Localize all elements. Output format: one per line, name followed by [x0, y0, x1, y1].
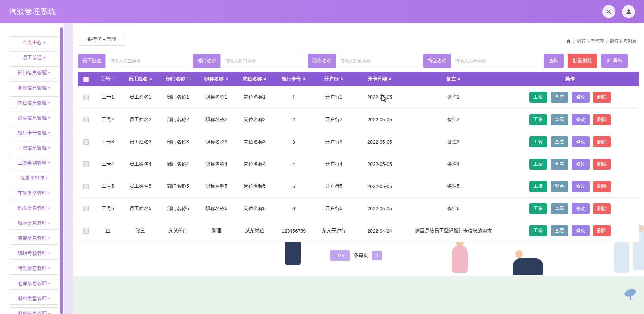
column-header[interactable]: 开卡日期⇕ — [354, 72, 405, 86]
delete-button[interactable]: 删除 — [593, 181, 611, 192]
sidebar-item[interactable]: 岗位信息管理▾ — [9, 96, 59, 109]
salary-button[interactable]: 工资 — [529, 114, 547, 125]
view-button[interactable]: 查看 — [551, 181, 568, 192]
salary-button[interactable]: 工资 — [529, 159, 547, 170]
sidebar-scrollbar[interactable] — [60, 27, 63, 314]
sidebar-item-label: 银行卡号管理 — [18, 130, 47, 136]
sidebar-item[interactable]: 调动信息管理▾ — [9, 112, 59, 124]
sidebar-item[interactable]: 员工管理▾ — [9, 51, 59, 64]
breadcrumb-item[interactable]: 银行卡号管理 — [577, 38, 604, 44]
edit-button[interactable]: 修改 — [572, 136, 590, 147]
sidebar-item[interactable]: 个人中心▾ — [9, 36, 59, 49]
salary-button[interactable]: 工资 — [529, 181, 547, 192]
salary-button[interactable]: 工资 — [529, 136, 547, 147]
sort-icon[interactable]: ⇕ — [340, 77, 343, 81]
view-button[interactable]: 查看 — [551, 159, 568, 170]
delete-button[interactable]: 删除 — [593, 203, 611, 214]
column-header[interactable]: 岗位名称⇕ — [236, 72, 274, 86]
view-button[interactable]: 查看 — [551, 92, 568, 103]
sort-icon[interactable]: ⇕ — [388, 77, 392, 81]
sort-icon[interactable]: ⇕ — [112, 77, 115, 81]
sidebar-item[interactable]: 仓库信息管理▾ — [9, 277, 59, 290]
sort-icon[interactable]: ⇕ — [187, 77, 190, 81]
close-button[interactable] — [602, 5, 615, 18]
sidebar-item[interactable]: 工资信息管理▾ — [9, 142, 59, 154]
salary-button[interactable]: 工资 — [529, 92, 547, 103]
sidebar-item-label: 班组考核管理 — [18, 250, 47, 257]
filter-input[interactable] — [451, 54, 532, 68]
breadcrumb-item[interactable]: 银行卡号列表 — [610, 38, 636, 44]
filter-input[interactable] — [336, 54, 417, 68]
column-header[interactable]: 银行卡号⇕ — [274, 72, 314, 86]
sort-icon[interactable]: ⇕ — [302, 77, 306, 81]
delete-button[interactable]: 删除 — [593, 114, 611, 125]
sidebar-item[interactable]: 渡船信息管理▾ — [9, 232, 59, 245]
row-checkbox[interactable] — [83, 206, 89, 211]
edit-button[interactable]: 修改 — [572, 225, 590, 236]
row-checkbox[interactable] — [83, 95, 89, 100]
view-button[interactable]: 查看 — [551, 114, 568, 125]
chevron-down-icon: ▾ — [48, 251, 50, 255]
chevron-down-icon: ▾ — [48, 266, 50, 270]
sidebar-item[interactable]: 优惠卡管理▾ — [9, 172, 59, 184]
row-actions: 工资查看修改删除 — [502, 220, 639, 242]
home-icon[interactable] — [566, 39, 571, 44]
sidebar-item[interactable]: 工资类别管理▾ — [9, 157, 59, 169]
column-header[interactable]: 开户行⇕ — [314, 72, 354, 86]
edit-button[interactable]: 修改 — [572, 114, 590, 125]
sort-icon[interactable]: ⇕ — [457, 77, 460, 81]
export-button[interactable]: 导出 — [601, 54, 628, 68]
row-checkbox[interactable] — [83, 184, 89, 189]
page-button[interactable]: 1 — [372, 251, 382, 260]
chevron-down-icon: ▾ — [48, 312, 50, 314]
sidebar-item[interactable]: 考勤信息管理▾ — [9, 262, 59, 275]
delete-button[interactable]: 删除 — [593, 92, 611, 103]
table-cell: 岗位名称6 — [236, 197, 274, 220]
sort-icon[interactable]: ⇕ — [225, 77, 228, 81]
column-header[interactable]: 员工姓名⇕ — [122, 72, 159, 86]
column-header[interactable]: 职称名称⇕ — [197, 72, 236, 86]
table-cell: 工号6 — [94, 197, 122, 220]
sidebar: 个人中心▾员工管理▾部门信息管理▾职称信息管理▾岗位信息管理▾调动信息管理▾银行… — [8, 36, 60, 314]
sort-icon[interactable]: ⇕ — [149, 77, 152, 81]
delete-button[interactable]: 删除 — [593, 225, 611, 236]
edit-button[interactable]: 修改 — [572, 181, 590, 192]
view-button[interactable]: 查看 — [551, 203, 568, 214]
edit-button[interactable]: 修改 — [572, 203, 590, 214]
sidebar-item[interactable]: 材料信息管理▾ — [9, 307, 59, 314]
sidebar-item[interactable]: 部门信息管理▾ — [9, 66, 59, 79]
sort-icon[interactable]: ⇕ — [263, 77, 267, 81]
sidebar-item[interactable]: 材料类型管理▾ — [9, 292, 59, 305]
sidebar-item[interactable]: 职称信息管理▾ — [9, 81, 59, 94]
sidebar-item[interactable]: 车辆类型管理▾ — [9, 187, 59, 199]
filter-bar: 员工姓名部门名称职称名称岗位名称 查询 批量删除 导出 — [78, 53, 639, 68]
sidebar-item[interactable]: 航次信息管理▾ — [9, 217, 59, 230]
row-checkbox[interactable] — [83, 117, 89, 122]
edit-button[interactable]: 修改 — [572, 92, 590, 103]
page-size-select[interactable]: 10 ▾ — [330, 250, 350, 261]
sidebar-item[interactable]: 班组考核管理▾ — [9, 247, 59, 260]
column-header[interactable]: 工号⇕ — [94, 72, 122, 86]
tab-bank-card-management[interactable]: 银行卡号管理 — [78, 33, 125, 46]
row-checkbox[interactable] — [83, 228, 89, 234]
batch-delete-button[interactable]: 批量删除 — [568, 54, 597, 68]
view-button[interactable]: 查看 — [551, 225, 568, 236]
edit-button[interactable]: 修改 — [572, 159, 590, 170]
row-checkbox[interactable] — [83, 161, 89, 167]
user-button[interactable] — [622, 5, 635, 18]
search-button[interactable]: 查询 — [544, 54, 564, 68]
sidebar-item[interactable]: 码头信息管理▾ — [9, 202, 59, 214]
column-header[interactable]: 部门名称⇕ — [159, 72, 197, 86]
row-checkbox[interactable] — [83, 139, 89, 145]
delete-button[interactable]: 删除 — [593, 136, 611, 147]
salary-button[interactable]: 工资 — [529, 203, 547, 214]
select-all-checkbox[interactable] — [83, 77, 89, 82]
sidebar-item[interactable]: 银行卡号管理▾ — [9, 127, 59, 139]
filter-input[interactable] — [220, 54, 302, 68]
filter-input[interactable] — [105, 54, 187, 68]
column-header[interactable]: 备注⇕ — [405, 72, 502, 86]
view-button[interactable]: 查看 — [551, 136, 568, 147]
salary-button[interactable]: 工资 — [529, 225, 547, 236]
delete-button[interactable]: 删除 — [593, 159, 611, 170]
chevron-down-icon: ▾ — [48, 116, 50, 120]
